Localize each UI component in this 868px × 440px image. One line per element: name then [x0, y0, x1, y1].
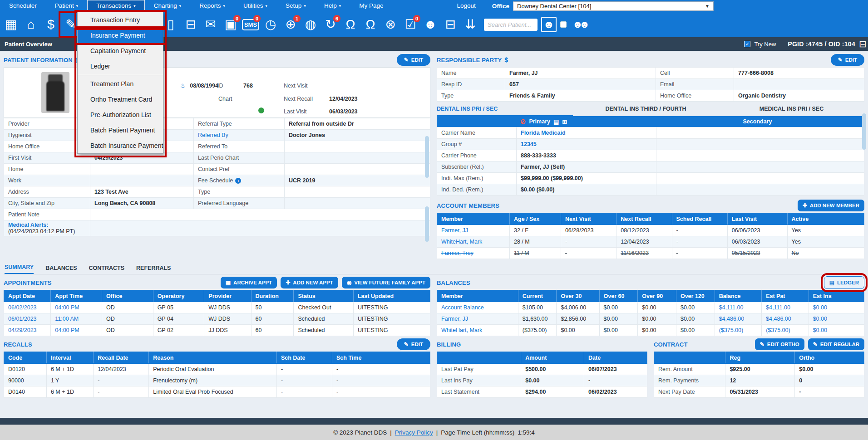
- balance-member-link[interactable]: Account Balance: [437, 302, 518, 313]
- balance-amount-link[interactable]: ($375.00): [715, 325, 762, 336]
- edit-recalls-button[interactable]: ✎ EDIT: [397, 338, 430, 350]
- block-icon[interactable]: ⊘: [520, 117, 526, 126]
- balance-member-link[interactable]: WhiteHart, Mark: [437, 325, 518, 336]
- edit-ortho-button[interactable]: ✎EDIT ORTHO: [755, 338, 804, 350]
- member-name-link[interactable]: Farmer, Trey: [437, 248, 510, 259]
- eligibility-icon[interactable]: ☑0: [401, 15, 419, 34]
- group-number-link[interactable]: 12345: [517, 139, 656, 150]
- collapse-toolbar-icon[interactable]: ⇊: [461, 15, 479, 34]
- family-icon[interactable]: ☻: [421, 15, 439, 34]
- patient-search-input[interactable]: [484, 19, 538, 31]
- search-option-checkbox[interactable]: [560, 21, 567, 28]
- balance-member-link[interactable]: Farmer, JJ: [437, 313, 518, 325]
- responsible-party-section: RESPONSIBLE PARTY $ ✎ EDIT Name Farmer, …: [437, 53, 864, 259]
- appt-date-link[interactable]: 06/01/2023: [4, 313, 51, 325]
- nav-my-page[interactable]: My Page: [350, 0, 392, 12]
- add-new-appt-button[interactable]: ✚ADD NEW APPT: [281, 277, 338, 288]
- menu-item-transaction-entry[interactable]: Transaction Entry: [78, 12, 163, 28]
- tab-medical-ins-pri-sec[interactable]: MEDICAL INS PRI / SEC: [719, 103, 864, 116]
- edit-patient-button[interactable]: ✎ EDIT: [397, 54, 430, 66]
- edit-regular-button[interactable]: ✎EDIT REGULAR: [808, 338, 864, 350]
- menu-item-capitation-payment[interactable]: Capitation Payment: [78, 43, 163, 59]
- time-clock-icon[interactable]: ◷: [261, 15, 280, 34]
- appt-time-link[interactable]: 04:00 PM: [51, 325, 102, 336]
- nav-scheduler[interactable]: Scheduler: [0, 0, 46, 12]
- menu-item-batch-insurance-payment[interactable]: Batch Insurance Payment: [78, 138, 163, 153]
- menu-item-insurance-payment[interactable]: Insurance Payment: [78, 28, 163, 43]
- tab-balances[interactable]: BALANCES: [45, 265, 77, 274]
- menu-item-ledger[interactable]: Ledger: [78, 59, 163, 74]
- field-label: Fee Schedulei: [194, 175, 285, 186]
- web-appointments-icon[interactable]: ⊕1: [281, 15, 300, 34]
- appt-date-link[interactable]: 06/02/2023: [4, 302, 51, 313]
- est-pat-link[interactable]: $4,486.00: [762, 313, 809, 325]
- messages-icon[interactable]: ▣0: [222, 15, 240, 34]
- nav-reports[interactable]: Reports▾: [190, 0, 234, 12]
- patient-photo[interactable]: [41, 72, 69, 113]
- sms-icon[interactable]: SMS0: [242, 15, 260, 34]
- info-icon[interactable]: i: [235, 178, 241, 184]
- nav-label: Logout: [457, 0, 475, 12]
- documents-icon[interactable]: ▯: [162, 15, 180, 34]
- appt-time-link[interactable]: 04:00 PM: [51, 302, 102, 313]
- nav-help[interactable]: Help▾: [315, 0, 350, 12]
- member-name-link[interactable]: Farmer, JJ: [437, 225, 510, 236]
- privacy-policy-link[interactable]: Privacy Policy: [395, 429, 433, 436]
- tab-referrals[interactable]: REFERRALS: [136, 265, 171, 274]
- medical-alerts-label[interactable]: Medical Alerts:: [8, 222, 86, 228]
- est-ins-link[interactable]: $0.00: [809, 313, 864, 325]
- nav-logout[interactable]: Logout: [448, 0, 484, 12]
- balance-amount-link[interactable]: $4,486.00: [715, 313, 762, 325]
- menu-item-treatment-plan[interactable]: Treatment Plan: [78, 76, 163, 92]
- tab-dental-ins-third-fourth[interactable]: DENTAL INS THIRD / FOURTH: [573, 103, 719, 116]
- edit-responsible-party-button[interactable]: ✎ EDIT: [831, 54, 864, 66]
- edit-insurance-icon[interactable]: ▤: [553, 118, 559, 125]
- patient-sync-icon[interactable]: ↻6: [321, 15, 340, 34]
- tab-summary[interactable]: SUMMARY: [5, 264, 34, 274]
- carrier-name-link[interactable]: Florida Medicaid: [517, 127, 656, 139]
- nav-utilities[interactable]: Utilities▾: [234, 0, 276, 12]
- member-name-link[interactable]: WhiteHart, Mark: [437, 236, 510, 248]
- referred-by-link[interactable]: Referred By: [194, 130, 285, 141]
- web-claims-icon[interactable]: ⊗: [381, 15, 399, 34]
- est-ins-link[interactable]: $0.00: [809, 302, 864, 313]
- payments-icon[interactable]: $: [42, 15, 60, 34]
- tab-dental-ins-pri-sec[interactable]: DENTAL INS PRI / SEC: [437, 103, 573, 116]
- patient-search-button[interactable]: ☻: [541, 17, 557, 32]
- scrollbar-thumb[interactable]: [862, 113, 866, 150]
- menu-item-batch-patient-payment[interactable]: Batch Patient Payment: [78, 122, 163, 138]
- try-new-checkbox[interactable]: ✓: [744, 41, 750, 47]
- family-search-icon[interactable]: ☻☻: [570, 15, 588, 34]
- mail-icon[interactable]: ✉: [202, 15, 220, 34]
- scrollbar-thumb[interactable]: [425, 206, 429, 242]
- nav-patient[interactable]: Patient▾: [46, 0, 88, 12]
- nav-transactions[interactable]: Transactions▾: [87, 0, 144, 12]
- balance-amount-link[interactable]: $4,111.00: [715, 302, 762, 313]
- est-pat-link[interactable]: ($375.00): [762, 325, 809, 336]
- menu-item-pre-authorization-list[interactable]: Pre-Authorization List: [78, 107, 163, 122]
- calendar-icon[interactable]: ▦: [2, 15, 20, 34]
- office-select[interactable]: Downey Dental Center [104] ▼: [513, 1, 714, 11]
- view-future-family-appt-button[interactable]: ◉VIEW FUTURE FAMILY APPT: [342, 277, 430, 288]
- scrollbar-thumb[interactable]: [425, 136, 429, 178]
- scanner-icon[interactable]: ⊟: [182, 15, 200, 34]
- archive-appt-button[interactable]: ▦ARCHIVE APPT: [221, 277, 277, 288]
- add-insurance-icon[interactable]: ⊞: [562, 118, 567, 125]
- printer-icon[interactable]: ⊟: [441, 15, 459, 34]
- nav-charting[interactable]: Charting▾: [145, 0, 191, 12]
- nav-setup[interactable]: Setup▾: [276, 0, 315, 12]
- est-pat-link[interactable]: $4,111.00: [762, 302, 809, 313]
- home-icon[interactable]: ⌂: [22, 15, 40, 34]
- add-new-member-button[interactable]: ✚ ADD NEW MEMBER: [798, 200, 864, 211]
- print-icon[interactable]: ⊟: [859, 39, 868, 49]
- tab-contracts[interactable]: CONTRACTS: [89, 265, 124, 274]
- tooth-watch-icon[interactable]: Ω: [341, 15, 360, 34]
- ledger-button[interactable]: ▤ LEDGER: [824, 276, 864, 289]
- dollar-document-icon[interactable]: $: [504, 56, 508, 64]
- est-ins-link[interactable]: $0.00: [809, 325, 864, 336]
- appt-date-link[interactable]: 04/29/2023: [4, 325, 51, 336]
- tooth-help-icon[interactable]: Ω: [361, 15, 380, 34]
- online-forms-icon[interactable]: ◍: [301, 15, 320, 34]
- menu-item-ortho-treatment-card[interactable]: Ortho Treatment Card: [78, 92, 163, 107]
- appt-time-link[interactable]: 11:00 AM: [51, 313, 102, 325]
